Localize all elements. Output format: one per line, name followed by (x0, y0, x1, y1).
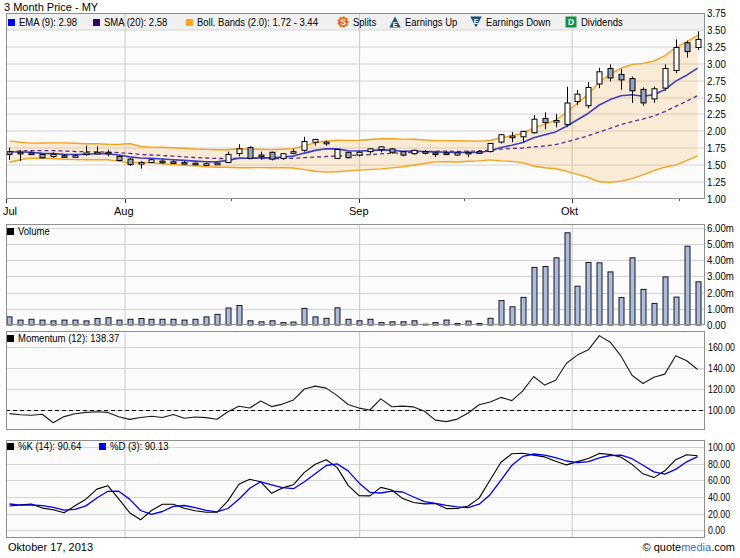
legend-item-sma: SMA (20): 2.58 (93, 14, 171, 30)
candle-body (95, 152, 100, 154)
volume-bar (313, 317, 318, 325)
candle-body (346, 152, 351, 157)
candle-body (313, 140, 318, 143)
momentum-ytick-140.00: 140.00 (708, 363, 735, 374)
price-ytick-1.50: 1.50 (707, 160, 726, 171)
momentum-ytick-160.00: 160.00 (708, 342, 735, 353)
legend-earnings-up-label: Earnings Up (405, 17, 457, 28)
footer-credit-copyright: © quote (642, 541, 681, 553)
candle-body (106, 152, 111, 154)
legend-item-dividends: D Dividends (565, 14, 625, 30)
volume-bar (302, 308, 307, 325)
bollinger-swatch-icon (186, 19, 193, 26)
candle-body (335, 150, 340, 159)
candle-body (608, 69, 613, 79)
candle-body (171, 162, 176, 164)
candle-body (117, 156, 122, 160)
legend-dividends-label: Dividends (581, 17, 623, 28)
volume-bar (510, 307, 515, 325)
volume-bar (532, 267, 537, 325)
volume-bar (237, 306, 242, 326)
volume-bar (488, 318, 493, 325)
candle-body (641, 89, 646, 103)
legend-item-splits: S Splits (337, 14, 377, 30)
price-ytick-3.25: 3.25 (707, 42, 726, 53)
legend-earnings-down-label: Earnings Down (486, 17, 550, 28)
candle-body (226, 154, 231, 162)
candle-body (160, 161, 165, 163)
volume-bar (597, 263, 602, 325)
candle-body (149, 160, 154, 163)
candle-body (444, 153, 449, 155)
candle-body (521, 131, 526, 136)
candle-body (215, 163, 220, 165)
legend-item-boll: Boll. Bands (2.0): 1.72 - 3.44 (186, 14, 324, 30)
x-label-sep: Sep (349, 205, 369, 217)
candle-body (652, 89, 657, 99)
volume-bar (586, 263, 591, 326)
candle-body (7, 152, 12, 155)
momentum-ytick-100.00: 100.00 (708, 405, 735, 416)
stochastic-d-label: %D (3): 90.13 (99, 441, 172, 452)
sma-swatch-icon (93, 19, 100, 26)
svg-text:E: E (393, 21, 398, 28)
volume-bar (608, 272, 613, 325)
candle-body (237, 149, 242, 154)
candle-body (554, 121, 559, 123)
candle-body (128, 159, 133, 164)
candle-body (543, 119, 548, 123)
stochastic-ytick-60.00: 60.00 (708, 475, 730, 486)
volume-ytick-6.00m: 6.00m (707, 223, 734, 234)
candle-body (597, 72, 602, 84)
candle-body (291, 152, 296, 154)
candle-body (139, 163, 144, 165)
candle-body (412, 150, 417, 153)
volume-bar (226, 308, 231, 325)
candle-body (630, 79, 635, 91)
stock-chart: 3 Month Price - MY EMA (9): 2.98 SMA (20… (0, 0, 740, 558)
page-title: 3 Month Price - MY (4, 1, 98, 13)
stochastic-panel (6, 440, 705, 538)
volume-bar (674, 297, 679, 325)
legend-sma-label: SMA (20): 2.58 (104, 17, 167, 28)
legend-item-earnings-up: E Earnings Up (389, 14, 460, 30)
candle-body (575, 94, 580, 101)
stochastic-k-label: %K (14): 90.64 (7, 441, 85, 452)
x-axis-ticks (7, 199, 680, 203)
volume-bar (630, 258, 635, 325)
volume-bar (641, 289, 646, 325)
candle-body (565, 103, 570, 125)
candle-body (423, 152, 428, 154)
candle-body (259, 155, 264, 157)
candle-body (193, 163, 198, 165)
earnings-down-icon: E (470, 16, 482, 28)
price-ytick-2.25: 2.25 (707, 109, 726, 120)
price-ytick-2.75: 2.75 (707, 76, 726, 87)
volume-ytick-1.00m: 1.00m (707, 304, 734, 315)
momentum-swatch-icon (7, 335, 14, 342)
price-ytick-2.00: 2.00 (707, 126, 726, 137)
candle-body (532, 119, 537, 133)
volume-bar (554, 258, 559, 325)
panel-background (6, 331, 705, 430)
stochastic-d-swatch-icon (99, 443, 106, 450)
candle-body (324, 142, 329, 144)
splits-icon: S (337, 16, 349, 28)
volume-bar (215, 314, 220, 325)
footer-credit: © quotemedia.com (642, 541, 735, 553)
stochastic-ytick-40.00: 40.00 (708, 492, 730, 503)
candle-body (488, 144, 493, 152)
stochastic-ytick-0.00: 0.00 (708, 525, 725, 536)
candle-body (455, 153, 460, 155)
legend-boll-label: Boll. Bands (2.0): 1.72 - 3.44 (197, 17, 318, 28)
stochastic-ytick-100.00: 100.00 (708, 442, 735, 453)
price-ytick-3.00: 3.00 (707, 59, 726, 70)
volume-bar (685, 246, 690, 325)
candle-body (248, 148, 253, 159)
candle-body (390, 149, 395, 152)
candle-body (674, 48, 679, 71)
candle-body (499, 135, 504, 142)
volume-ytick-3.00m: 3.00m (707, 271, 734, 282)
candle-body (466, 152, 471, 154)
candle-body (281, 154, 286, 159)
